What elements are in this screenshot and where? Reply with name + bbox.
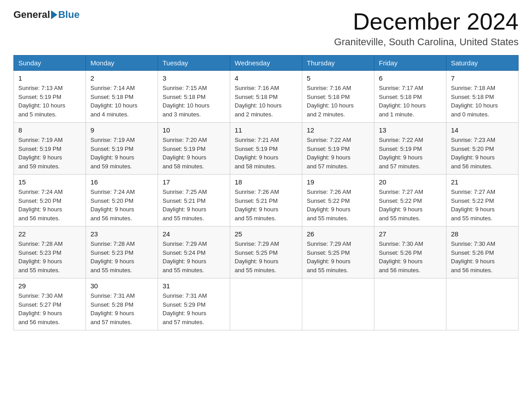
day-info: Sunrise: 7:29 AM Sunset: 5:25 PM Dayligh… bbox=[235, 240, 297, 274]
day-number: 5 bbox=[307, 74, 369, 82]
day-number: 2 bbox=[90, 74, 153, 82]
calendar-cell: 27Sunrise: 7:30 AM Sunset: 5:26 PM Dayli… bbox=[374, 227, 446, 278]
calendar-cell: 11Sunrise: 7:21 AM Sunset: 5:19 PM Dayli… bbox=[230, 123, 302, 175]
day-info: Sunrise: 7:29 AM Sunset: 5:24 PM Dayligh… bbox=[163, 240, 225, 274]
day-number: 13 bbox=[379, 126, 442, 134]
calendar-cell: 6Sunrise: 7:17 AM Sunset: 5:18 PM Daylig… bbox=[374, 71, 446, 123]
day-info: Sunrise: 7:26 AM Sunset: 5:22 PM Dayligh… bbox=[307, 188, 369, 223]
day-number: 3 bbox=[163, 74, 225, 82]
day-info: Sunrise: 7:29 AM Sunset: 5:25 PM Dayligh… bbox=[307, 240, 369, 274]
calendar-cell: 8Sunrise: 7:19 AM Sunset: 5:19 PM Daylig… bbox=[14, 123, 86, 175]
day-info: Sunrise: 7:24 AM Sunset: 5:20 PM Dayligh… bbox=[18, 188, 81, 223]
day-info: Sunrise: 7:26 AM Sunset: 5:21 PM Dayligh… bbox=[235, 188, 297, 223]
day-info: Sunrise: 7:17 AM Sunset: 5:18 PM Dayligh… bbox=[379, 84, 442, 119]
calendar-cell: 13Sunrise: 7:22 AM Sunset: 5:19 PM Dayli… bbox=[374, 123, 446, 175]
calendar-cell: 31Sunrise: 7:31 AM Sunset: 5:29 PM Dayli… bbox=[158, 278, 230, 330]
day-number: 16 bbox=[90, 178, 153, 186]
day-number: 28 bbox=[451, 230, 514, 238]
day-number: 9 bbox=[90, 126, 153, 134]
day-number: 18 bbox=[235, 178, 297, 186]
logo-general-text: General bbox=[13, 9, 50, 21]
day-number: 10 bbox=[163, 126, 225, 134]
calendar-cell: 5Sunrise: 7:16 AM Sunset: 5:18 PM Daylig… bbox=[302, 71, 374, 123]
logo: General Blue bbox=[13, 9, 80, 21]
weekday-header-friday: Friday bbox=[374, 56, 446, 71]
day-info: Sunrise: 7:27 AM Sunset: 5:22 PM Dayligh… bbox=[379, 188, 442, 223]
calendar-cell: 30Sunrise: 7:31 AM Sunset: 5:28 PM Dayli… bbox=[86, 278, 158, 330]
calendar-cell: 19Sunrise: 7:26 AM Sunset: 5:22 PM Dayli… bbox=[302, 175, 374, 227]
day-number: 12 bbox=[307, 126, 369, 134]
day-number: 23 bbox=[90, 230, 153, 238]
logo-blue-text: Blue bbox=[58, 9, 80, 21]
calendar-cell bbox=[374, 278, 446, 330]
calendar-cell: 9Sunrise: 7:19 AM Sunset: 5:19 PM Daylig… bbox=[86, 123, 158, 175]
calendar-cell: 4Sunrise: 7:16 AM Sunset: 5:18 PM Daylig… bbox=[230, 71, 302, 123]
calendar-cell bbox=[302, 278, 374, 330]
day-info: Sunrise: 7:27 AM Sunset: 5:22 PM Dayligh… bbox=[451, 188, 514, 223]
day-info: Sunrise: 7:23 AM Sunset: 5:20 PM Dayligh… bbox=[451, 136, 514, 171]
day-number: 17 bbox=[163, 178, 225, 186]
day-info: Sunrise: 7:19 AM Sunset: 5:19 PM Dayligh… bbox=[18, 136, 81, 171]
day-info: Sunrise: 7:25 AM Sunset: 5:21 PM Dayligh… bbox=[163, 188, 225, 223]
calendar-cell: 10Sunrise: 7:20 AM Sunset: 5:19 PM Dayli… bbox=[158, 123, 230, 175]
day-info: Sunrise: 7:21 AM Sunset: 5:19 PM Dayligh… bbox=[235, 136, 297, 171]
calendar-week-row: 29Sunrise: 7:30 AM Sunset: 5:27 PM Dayli… bbox=[14, 278, 519, 330]
calendar-cell: 25Sunrise: 7:29 AM Sunset: 5:25 PM Dayli… bbox=[230, 227, 302, 278]
calendar-week-row: 1Sunrise: 7:13 AM Sunset: 5:19 PM Daylig… bbox=[14, 71, 519, 123]
day-info: Sunrise: 7:30 AM Sunset: 5:26 PM Dayligh… bbox=[451, 240, 514, 274]
calendar-cell: 16Sunrise: 7:24 AM Sunset: 5:20 PM Dayli… bbox=[86, 175, 158, 227]
day-number: 27 bbox=[379, 230, 442, 238]
calendar-cell: 23Sunrise: 7:28 AM Sunset: 5:23 PM Dayli… bbox=[86, 227, 158, 278]
calendar-cell: 15Sunrise: 7:24 AM Sunset: 5:20 PM Dayli… bbox=[14, 175, 86, 227]
calendar-header-row: SundayMondayTuesdayWednesdayThursdayFrid… bbox=[14, 56, 519, 71]
calendar-cell: 12Sunrise: 7:22 AM Sunset: 5:19 PM Dayli… bbox=[302, 123, 374, 175]
weekday-header-monday: Monday bbox=[86, 56, 158, 71]
day-number: 19 bbox=[307, 178, 369, 186]
weekday-header-thursday: Thursday bbox=[302, 56, 374, 71]
day-info: Sunrise: 7:22 AM Sunset: 5:19 PM Dayligh… bbox=[307, 136, 369, 171]
calendar-cell: 3Sunrise: 7:15 AM Sunset: 5:18 PM Daylig… bbox=[158, 71, 230, 123]
calendar-cell: 14Sunrise: 7:23 AM Sunset: 5:20 PM Dayli… bbox=[446, 123, 519, 175]
day-number: 1 bbox=[18, 74, 81, 82]
day-number: 7 bbox=[451, 74, 514, 82]
day-number: 20 bbox=[379, 178, 442, 186]
day-number: 30 bbox=[90, 282, 153, 290]
calendar-cell: 2Sunrise: 7:14 AM Sunset: 5:18 PM Daylig… bbox=[86, 71, 158, 123]
day-info: Sunrise: 7:16 AM Sunset: 5:18 PM Dayligh… bbox=[307, 84, 369, 119]
calendar-cell bbox=[446, 278, 519, 330]
day-info: Sunrise: 7:30 AM Sunset: 5:26 PM Dayligh… bbox=[379, 240, 442, 274]
day-number: 14 bbox=[451, 126, 514, 134]
day-info: Sunrise: 7:24 AM Sunset: 5:20 PM Dayligh… bbox=[90, 188, 153, 223]
calendar-cell: 28Sunrise: 7:30 AM Sunset: 5:26 PM Dayli… bbox=[446, 227, 519, 278]
calendar-week-row: 22Sunrise: 7:28 AM Sunset: 5:23 PM Dayli… bbox=[14, 227, 519, 278]
day-number: 21 bbox=[451, 178, 514, 186]
day-number: 4 bbox=[235, 74, 297, 82]
day-info: Sunrise: 7:31 AM Sunset: 5:28 PM Dayligh… bbox=[90, 291, 153, 326]
month-title: December 2024 bbox=[334, 9, 519, 34]
day-info: Sunrise: 7:15 AM Sunset: 5:18 PM Dayligh… bbox=[163, 84, 225, 119]
day-info: Sunrise: 7:16 AM Sunset: 5:18 PM Dayligh… bbox=[235, 84, 297, 119]
day-number: 6 bbox=[379, 74, 442, 82]
day-number: 11 bbox=[235, 126, 297, 134]
calendar-cell bbox=[230, 278, 302, 330]
calendar-week-row: 8Sunrise: 7:19 AM Sunset: 5:19 PM Daylig… bbox=[14, 123, 519, 175]
logo-arrow-icon bbox=[51, 10, 57, 19]
calendar-cell: 26Sunrise: 7:29 AM Sunset: 5:25 PM Dayli… bbox=[302, 227, 374, 278]
calendar-cell: 17Sunrise: 7:25 AM Sunset: 5:21 PM Dayli… bbox=[158, 175, 230, 227]
calendar-cell: 29Sunrise: 7:30 AM Sunset: 5:27 PM Dayli… bbox=[14, 278, 86, 330]
weekday-header-tuesday: Tuesday bbox=[158, 56, 230, 71]
day-info: Sunrise: 7:19 AM Sunset: 5:19 PM Dayligh… bbox=[90, 136, 153, 171]
page-header: General Blue December 2024 Graniteville,… bbox=[13, 9, 519, 48]
day-info: Sunrise: 7:13 AM Sunset: 5:19 PM Dayligh… bbox=[18, 84, 81, 119]
weekday-header-saturday: Saturday bbox=[446, 56, 519, 71]
calendar-cell: 7Sunrise: 7:18 AM Sunset: 5:18 PM Daylig… bbox=[446, 71, 519, 123]
day-info: Sunrise: 7:22 AM Sunset: 5:19 PM Dayligh… bbox=[379, 136, 442, 171]
day-info: Sunrise: 7:31 AM Sunset: 5:29 PM Dayligh… bbox=[163, 291, 225, 326]
calendar-week-row: 15Sunrise: 7:24 AM Sunset: 5:20 PM Dayli… bbox=[14, 175, 519, 227]
day-number: 31 bbox=[163, 282, 225, 290]
day-info: Sunrise: 7:14 AM Sunset: 5:18 PM Dayligh… bbox=[90, 84, 153, 119]
day-info: Sunrise: 7:28 AM Sunset: 5:23 PM Dayligh… bbox=[90, 240, 153, 274]
title-area: December 2024 Graniteville, South Caroli… bbox=[334, 9, 519, 48]
day-info: Sunrise: 7:28 AM Sunset: 5:23 PM Dayligh… bbox=[18, 240, 81, 274]
day-number: 22 bbox=[18, 230, 81, 238]
